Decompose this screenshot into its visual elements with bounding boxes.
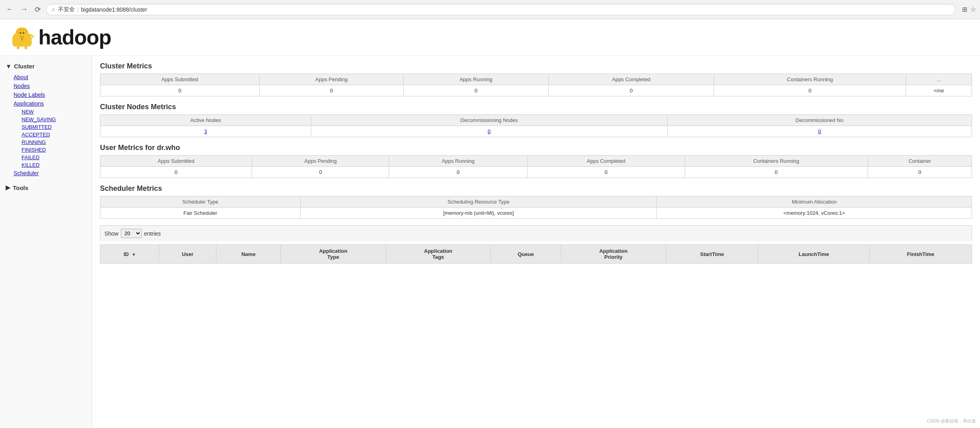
apps-col-id[interactable]: ID ▼ <box>100 245 159 264</box>
um-val-0: 0 <box>100 167 252 178</box>
sidebar-item-scheduler[interactable]: Scheduler <box>8 169 92 178</box>
cluster-nav: About Nodes Node Labels Applications NEW… <box>0 73 92 178</box>
sidebar-item-new[interactable]: NEW <box>16 108 92 116</box>
cluster-metrics-title: Cluster Metrics <box>100 62 972 70</box>
sidebar-item-new-saving[interactable]: NEW_SAVING <box>16 116 92 123</box>
sm-header-0: Scheduler Type <box>100 196 301 208</box>
apps-col-name-label: Name <box>241 251 255 257</box>
um-header-2: Apps Running <box>389 156 527 167</box>
sidebar: ▼ Cluster About Nodes Node Labels Applic… <box>0 56 92 428</box>
tools-label: Tools <box>13 184 28 191</box>
apps-col-start-time: StartTime <box>666 245 758 264</box>
apps-table-header-row: ID ▼ User Name ApplicationType Applicati… <box>100 245 972 264</box>
um-header-0: Apps Submitted <box>100 156 252 167</box>
cluster-section: ▼ Cluster About Nodes Node Labels Applic… <box>0 60 92 178</box>
id-sort-icon: ▼ <box>132 252 136 257</box>
sidebar-item-applications[interactable]: Applications <box>8 99 92 108</box>
active-nodes-link[interactable]: 3 <box>204 128 207 134</box>
cn-val-1: 0 <box>311 126 667 137</box>
cm-val-overflow: <me <box>906 85 972 96</box>
cluster-arrow-icon: ▼ <box>6 63 12 70</box>
cm-val-3: 0 <box>548 85 714 96</box>
apps-col-app-type-label: ApplicationType <box>319 248 348 260</box>
apps-col-finish-time-label: FinishTime <box>907 251 934 257</box>
um-header-1: Apps Pending <box>252 156 389 167</box>
cluster-nodes-title: Cluster Nodes Metrics <box>100 103 972 111</box>
apps-col-launch-time: LaunchTime <box>758 245 870 264</box>
apps-col-id-label: ID <box>124 251 129 257</box>
apps-col-queue: Queue <box>491 245 561 264</box>
apps-col-app-tags-label: ApplicationTags <box>424 248 452 260</box>
cm-header-2: Apps Running <box>404 74 549 85</box>
sm-header-2: Minimum Allocation <box>656 196 972 208</box>
apps-col-launch-time-label: LaunchTime <box>799 251 829 257</box>
hadoop-elephant-icon <box>8 23 36 51</box>
hadoop-logo: hadoop <box>8 23 972 51</box>
svg-point-1 <box>16 28 28 39</box>
back-button[interactable]: ← <box>4 4 15 14</box>
sm-header-1: Scheduling Resource Type <box>300 196 656 208</box>
header-logo: hadoop <box>0 19 980 56</box>
sidebar-item-accepted[interactable]: ACCEPTED <box>16 131 92 138</box>
cluster-section-header[interactable]: ▼ Cluster <box>0 60 92 73</box>
cm-val-4: 0 <box>714 85 906 96</box>
tools-section-header[interactable]: ▶ Tools <box>0 181 92 194</box>
sidebar-item-node-labels[interactable]: Node Labels <box>8 90 92 99</box>
entries-suffix-label: entries <box>144 230 161 237</box>
svg-rect-11 <box>24 45 27 49</box>
um-val-4: 0 <box>685 167 868 178</box>
sidebar-item-submitted[interactable]: SUBMITTED <box>16 123 92 131</box>
apps-col-user: User <box>159 245 216 264</box>
cm-header-0: Apps Submitted <box>100 74 260 85</box>
cn-header-1: Decommissioning Nodes <box>311 115 667 126</box>
svg-rect-10 <box>17 45 20 49</box>
applications-subnav: NEW NEW_SAVING SUBMITTED ACCEPTED RUNNIN… <box>8 108 92 169</box>
page-layout: ▼ Cluster About Nodes Node Labels Applic… <box>0 56 980 428</box>
reload-button[interactable]: ⟳ <box>33 4 43 15</box>
apps-col-user-label: User <box>182 251 194 257</box>
apps-col-app-type: ApplicationType <box>281 245 386 264</box>
applications-table: ID ▼ User Name ApplicationType Applicati… <box>100 244 972 264</box>
address-bar: ⚠ 不安全 | bigdatanode1:8088/cluster <box>46 4 956 15</box>
decommissioned-nodes-link[interactable]: 0 <box>818 128 821 134</box>
sidebar-item-finished[interactable]: FINISHED <box>16 146 92 154</box>
sidebar-item-about[interactable]: About <box>8 73 92 82</box>
cm-val-0: 0 <box>100 85 260 96</box>
security-warning-text: 不安全 <box>58 6 75 13</box>
sidebar-item-failed[interactable]: FAILED <box>16 154 92 161</box>
cluster-nodes-table: Active Nodes Decommissioning Nodes Decom… <box>100 114 972 137</box>
cn-val-0: 3 <box>100 126 311 137</box>
apps-col-app-priority: ApplicationPriority <box>561 245 666 264</box>
hadoop-text: hadoop <box>38 25 111 49</box>
address-text[interactable]: bigdatanode1:8088/cluster <box>81 6 950 13</box>
bookmark-icon[interactable]: ☆ <box>970 6 976 13</box>
scheduler-metrics-table: Scheduler Type Scheduling Resource Type … <box>100 196 972 219</box>
forward-button[interactable]: → <box>18 4 30 14</box>
sidebar-item-killed[interactable]: KILLED <box>16 161 92 169</box>
um-val-2: 0 <box>389 167 527 178</box>
apps-col-name: Name <box>216 245 281 264</box>
apps-col-app-priority-label: ApplicationPriority <box>599 248 628 260</box>
scheduler-metrics-title: Scheduler Metrics <box>100 184 972 193</box>
cm-val-2: 0 <box>404 85 549 96</box>
decommissioning-nodes-link[interactable]: 0 <box>488 128 490 134</box>
user-metrics-table: Apps Submitted Apps Pending Apps Running… <box>100 155 972 178</box>
entries-select[interactable]: 10 20 50 100 <box>121 229 142 238</box>
user-metrics-row: 0 0 0 0 0 0 <box>100 167 972 178</box>
cn-val-2: 0 <box>667 126 972 137</box>
sidebar-item-running[interactable]: RUNNING <box>16 138 92 146</box>
sidebar-item-nodes[interactable]: Nodes <box>8 82 92 90</box>
um-val-3: 0 <box>527 167 685 178</box>
main-content: Cluster Metrics Apps Submitted Apps Pend… <box>92 56 980 428</box>
cm-header-overflow: ... <box>906 74 972 85</box>
cm-header-1: Apps Pending <box>260 74 404 85</box>
cluster-metrics-row: 0 0 0 0 0 <me <box>100 85 972 96</box>
show-entries-bar: Show 10 20 50 100 entries <box>100 225 972 241</box>
user-metrics-title: User Metrics for dr.who <box>100 144 972 152</box>
cluster-nodes-row: 3 0 0 <box>100 126 972 137</box>
translate-icon[interactable]: ⊞ <box>962 6 967 13</box>
browser-chrome: ← → ⟳ ⚠ 不安全 | bigdatanode1:8088/cluster … <box>0 0 980 19</box>
apps-col-start-time-label: StartTime <box>700 251 724 257</box>
cluster-metrics-table: Apps Submitted Apps Pending Apps Running… <box>100 74 972 96</box>
svg-point-6 <box>20 32 22 34</box>
